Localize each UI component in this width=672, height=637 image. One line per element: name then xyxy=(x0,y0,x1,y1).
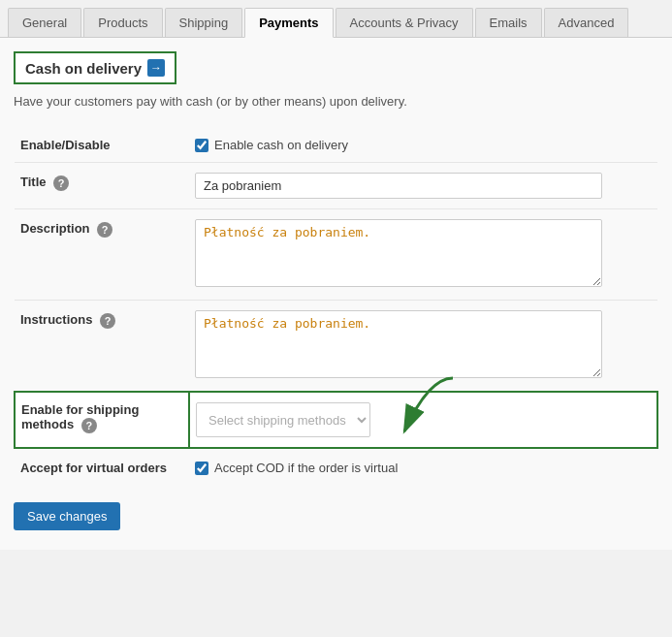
row-description: Description ? xyxy=(15,209,657,301)
help-icon-shipping-methods[interactable]: ? xyxy=(81,418,97,433)
description-textarea[interactable] xyxy=(195,219,602,287)
section-title: Cash on delivery xyxy=(25,60,142,77)
field-description xyxy=(189,209,657,301)
section-description: Have your customers pay with cash (or by… xyxy=(14,94,658,109)
label-instructions: Instructions ? xyxy=(15,301,189,393)
tab-emails[interactable]: Emails xyxy=(475,8,542,37)
save-changes-button[interactable]: Save changes xyxy=(14,502,120,530)
field-title xyxy=(189,163,657,209)
field-virtual-orders: Accept COD if the order is virtual xyxy=(189,448,657,485)
row-virtual-orders: Accept for virtual orders Accept COD if … xyxy=(15,448,657,485)
tabs-bar: General Products Shipping Payments Accou… xyxy=(0,0,672,38)
label-shipping-methods: Enable for shipping methods ? xyxy=(15,392,189,448)
shipping-methods-select[interactable]: Select shipping methods xyxy=(196,402,370,437)
section-link-icon[interactable]: → xyxy=(147,59,165,77)
instructions-textarea[interactable] xyxy=(195,310,602,378)
row-title: Title ? xyxy=(15,163,657,209)
label-enable: Enable/Disable xyxy=(15,126,189,163)
label-description: Description ? xyxy=(15,209,189,301)
field-instructions xyxy=(189,301,657,393)
help-icon-instructions[interactable]: ? xyxy=(100,313,115,329)
accept-virtual-label[interactable]: Accept COD if the order is virtual xyxy=(214,461,398,475)
tab-products[interactable]: Products xyxy=(83,8,162,37)
help-icon-description[interactable]: ? xyxy=(97,222,112,238)
title-input[interactable] xyxy=(195,173,602,199)
enable-cod-checkbox[interactable] xyxy=(195,139,208,152)
virtual-orders-checkbox-row: Accept COD if the order is virtual xyxy=(195,459,652,475)
tab-general[interactable]: General xyxy=(8,8,81,37)
enable-cod-label[interactable]: Enable cash on delivery xyxy=(214,138,348,152)
accept-virtual-checkbox[interactable] xyxy=(195,462,208,475)
label-title: Title ? xyxy=(15,163,189,209)
field-shipping-methods: Select shipping methods xyxy=(189,392,657,448)
tab-advanced[interactable]: Advanced xyxy=(544,8,629,37)
tab-payments[interactable]: Payments xyxy=(244,8,333,38)
tab-accounts-privacy[interactable]: Accounts & Privacy xyxy=(336,8,473,37)
row-shipping-methods: Enable for shipping methods ? Select shi… xyxy=(15,392,657,448)
shipping-methods-container: Select shipping methods xyxy=(196,402,370,437)
content-area: Cash on delivery → Have your customers p… xyxy=(0,38,672,550)
row-instructions: Instructions ? xyxy=(15,301,657,393)
settings-form: Enable/Disable Enable cash on delivery T… xyxy=(14,126,658,485)
field-enable: Enable cash on delivery xyxy=(189,126,657,163)
enable-checkbox-row: Enable cash on delivery xyxy=(195,136,652,152)
help-icon-title[interactable]: ? xyxy=(53,175,69,191)
tab-shipping[interactable]: Shipping xyxy=(165,8,243,37)
label-virtual-orders: Accept for virtual orders xyxy=(15,448,189,485)
row-enable: Enable/Disable Enable cash on delivery xyxy=(15,126,657,163)
section-heading: Cash on delivery → xyxy=(14,51,176,84)
